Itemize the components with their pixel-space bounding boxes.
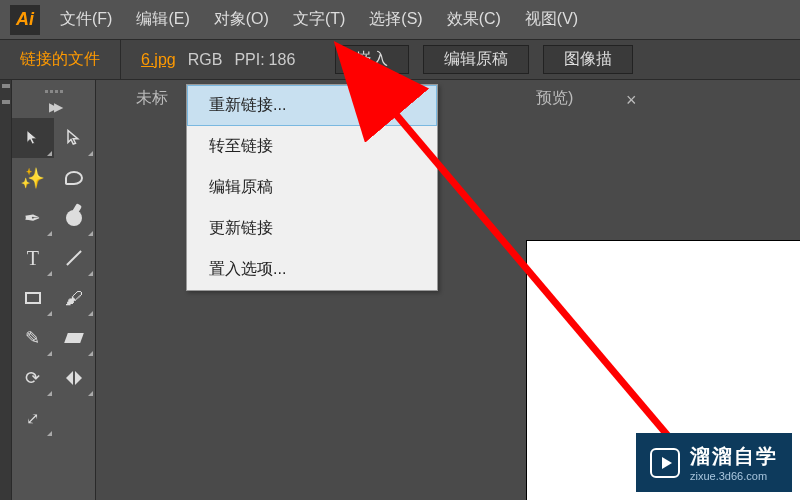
menu-view[interactable]: 视图(V) bbox=[525, 9, 578, 30]
rectangle-tool[interactable] bbox=[12, 278, 54, 318]
watermark-sub: zixue.3d66.com bbox=[690, 470, 778, 482]
pencil-tool[interactable]: ✎ bbox=[12, 318, 54, 358]
reflect-icon bbox=[66, 371, 82, 385]
lasso-tool[interactable] bbox=[54, 158, 96, 198]
rotate-icon: ⟳ bbox=[25, 367, 40, 389]
tool-panel: ▶▶ ✨ ✒ T bbox=[12, 80, 96, 500]
color-mode-text: RGB bbox=[188, 51, 223, 69]
reflect-tool[interactable] bbox=[54, 358, 96, 398]
selection-tool[interactable] bbox=[12, 118, 54, 158]
edit-original-button[interactable]: 编辑原稿 bbox=[423, 45, 529, 74]
type-icon: T bbox=[27, 247, 39, 270]
preview-label: 预览) bbox=[536, 88, 573, 109]
magic-wand-tool[interactable]: ✨ bbox=[12, 158, 54, 198]
menu-bar: Ai 文件(F) 编辑(E) 对象(O) 文字(T) 选择(S) 效果(C) 视… bbox=[0, 0, 800, 40]
menu-edit-original[interactable]: 编辑原稿 bbox=[187, 167, 437, 208]
type-tool[interactable]: T bbox=[12, 238, 54, 278]
blob-brush-tool[interactable] bbox=[54, 198, 96, 238]
play-icon bbox=[650, 448, 680, 478]
ppi-value: 186 bbox=[269, 51, 296, 69]
watermark: 溜溜自学 zixue.3d66.com bbox=[636, 433, 792, 492]
direct-selection-icon bbox=[65, 129, 83, 147]
scale-tool[interactable]: ⤢ bbox=[12, 398, 54, 438]
selection-icon bbox=[24, 129, 42, 147]
paintbrush-tool[interactable]: 🖌 bbox=[54, 278, 96, 318]
tab-close-icon[interactable]: × bbox=[626, 90, 637, 111]
app-logo-text: Ai bbox=[16, 9, 34, 30]
menu-place-options[interactable]: 置入选项... bbox=[187, 249, 437, 290]
linked-file-label: 链接的文件 bbox=[0, 40, 121, 79]
tool-collapse-icon[interactable]: ▶▶ bbox=[12, 100, 95, 114]
pen-icon: ✒ bbox=[24, 206, 41, 230]
blob-brush-icon bbox=[66, 210, 82, 226]
line-icon bbox=[66, 250, 82, 266]
tool-panel-handle[interactable] bbox=[12, 86, 95, 96]
image-trace-button[interactable]: 图像描 bbox=[543, 45, 633, 74]
left-strip bbox=[0, 80, 12, 500]
menu-update-link[interactable]: 更新链接 bbox=[187, 208, 437, 249]
rotate-tool[interactable]: ⟳ bbox=[12, 358, 54, 398]
menu-effect[interactable]: 效果(C) bbox=[447, 9, 501, 30]
menu-select[interactable]: 选择(S) bbox=[369, 9, 422, 30]
menu-object[interactable]: 对象(O) bbox=[214, 9, 269, 30]
app-logo[interactable]: Ai bbox=[10, 5, 40, 35]
paintbrush-icon: 🖌 bbox=[65, 288, 83, 309]
lasso-icon bbox=[65, 171, 83, 185]
eraser-tool[interactable] bbox=[54, 318, 96, 358]
context-menu: 重新链接... 转至链接 编辑原稿 更新链接 置入选项... bbox=[186, 84, 438, 291]
menu-relink[interactable]: 重新链接... bbox=[187, 85, 437, 126]
pen-tool[interactable]: ✒ bbox=[12, 198, 54, 238]
linked-filename[interactable]: 6.jpg bbox=[141, 51, 176, 69]
rectangle-icon bbox=[25, 292, 41, 304]
magic-wand-icon: ✨ bbox=[20, 166, 45, 190]
direct-selection-tool[interactable] bbox=[54, 118, 96, 158]
line-tool[interactable] bbox=[54, 238, 96, 278]
embed-button[interactable]: 嵌入 bbox=[335, 45, 409, 74]
scale-icon: ⤢ bbox=[26, 409, 39, 428]
control-bar: 链接的文件 6.jpg RGB PPI: 186 嵌入 编辑原稿 图像描 bbox=[0, 40, 800, 80]
eraser-icon bbox=[64, 333, 84, 343]
pencil-icon: ✎ bbox=[25, 327, 40, 349]
menu-goto-link[interactable]: 转至链接 bbox=[187, 126, 437, 167]
watermark-title: 溜溜自学 bbox=[690, 443, 778, 470]
menu-type[interactable]: 文字(T) bbox=[293, 9, 345, 30]
ppi-label: PPI: bbox=[234, 51, 264, 69]
doc-title-text: 未标 bbox=[136, 88, 168, 109]
document-tab[interactable]: 未标 bbox=[136, 88, 168, 109]
menu-edit[interactable]: 编辑(E) bbox=[136, 9, 189, 30]
menu-file[interactable]: 文件(F) bbox=[60, 9, 112, 30]
